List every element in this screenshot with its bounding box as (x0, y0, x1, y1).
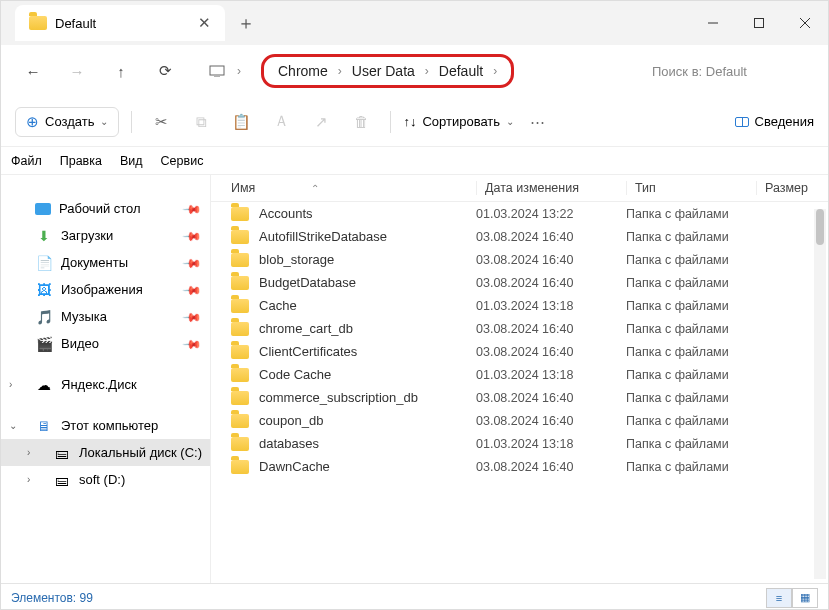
table-row[interactable]: coupon_db03.08.2024 16:40Папка с файлами (211, 409, 828, 432)
up-button[interactable]: ↑ (101, 63, 141, 80)
table-row[interactable]: ClientCertificates03.08.2024 16:40Папка … (211, 340, 828, 363)
more-button[interactable]: ⋯ (520, 105, 554, 139)
col-name[interactable]: Имя⌃ (231, 181, 476, 195)
chevron-right-icon[interactable]: › (425, 64, 429, 78)
pc-root-icon[interactable] (197, 65, 237, 77)
copy-icon[interactable]: ⧉ (184, 105, 218, 139)
file-name: coupon_db (259, 413, 476, 428)
chevron-right-icon: › (27, 474, 30, 485)
col-type[interactable]: Тип (626, 181, 756, 195)
file-type: Папка с файлами (626, 207, 756, 221)
table-row[interactable]: BudgetDatabase03.08.2024 16:40Папка с фа… (211, 271, 828, 294)
image-icon: 🖼 (35, 283, 53, 297)
refresh-button[interactable]: ⟳ (145, 62, 185, 80)
scrollbar-thumb[interactable] (816, 209, 824, 245)
breadcrumb-item[interactable]: Chrome (278, 63, 328, 79)
pin-icon: 📌 (182, 306, 203, 327)
breadcrumb-item[interactable]: User Data (352, 63, 415, 79)
sidebar-item-images[interactable]: 🖼Изображения📌 (1, 276, 210, 303)
table-row[interactable]: Cache01.03.2024 13:18Папка с файлами (211, 294, 828, 317)
separator (131, 111, 132, 133)
file-type: Папка с файлами (626, 437, 756, 451)
breadcrumb-item[interactable]: Default (439, 63, 483, 79)
close-button[interactable] (782, 1, 828, 45)
download-icon: ⬇ (35, 229, 53, 243)
col-size[interactable]: Размер (756, 181, 818, 195)
file-list: Accounts01.03.2024 13:22Папка с файламиA… (211, 202, 828, 583)
scrollbar[interactable] (814, 209, 826, 579)
plus-icon: ⊕ (26, 113, 39, 131)
table-row[interactable]: DawnCache03.08.2024 16:40Папка с файлами (211, 455, 828, 478)
breadcrumb: Chrome › User Data › Default › (261, 54, 514, 88)
status-count-label: Элементов: (11, 591, 76, 605)
content: Рабочий стол📌 ⬇Загрузки📌 📄Документы📌 🖼Из… (1, 175, 828, 583)
folder-icon (231, 460, 249, 474)
file-date: 03.08.2024 16:40 (476, 345, 626, 359)
minimize-button[interactable] (690, 1, 736, 45)
delete-icon[interactable]: 🗑 (344, 105, 378, 139)
menu-edit[interactable]: Правка (60, 154, 102, 168)
create-button[interactable]: ⊕ Создать ⌄ (15, 107, 119, 137)
file-type: Папка с файлами (626, 253, 756, 267)
sidebar-item-drive-d[interactable]: ›🖴soft (D:) (1, 466, 210, 493)
view-grid-button[interactable]: ▦ (792, 588, 818, 608)
sort-asc-icon: ⌃ (311, 183, 319, 194)
view-details-button[interactable]: ≡ (766, 588, 792, 608)
chevron-right-icon[interactable]: › (338, 64, 342, 78)
chevron-right-icon[interactable]: › (493, 64, 497, 78)
sidebar-item-downloads[interactable]: ⬇Загрузки📌 (1, 222, 210, 249)
sidebar-item-video[interactable]: 🎬Видео📌 (1, 330, 210, 357)
new-tab-button[interactable]: ＋ (231, 11, 261, 35)
chevron-right-icon: › (9, 379, 12, 390)
sidebar-item-desktop[interactable]: Рабочий стол📌 (1, 195, 210, 222)
desktop-icon (35, 203, 51, 215)
forward-button[interactable]: → (57, 63, 97, 80)
create-label: Создать (45, 114, 94, 129)
cut-icon[interactable]: ✂ (144, 105, 178, 139)
details-label: Сведения (755, 114, 814, 129)
window-tab[interactable]: Default ✕ (15, 5, 225, 41)
cloud-icon: ☁ (35, 378, 53, 392)
tab-title: Default (55, 16, 190, 31)
details-icon (735, 117, 749, 127)
doc-icon: 📄 (35, 256, 53, 270)
folder-icon (29, 16, 47, 30)
file-name: ClientCertificates (259, 344, 476, 359)
table-row[interactable]: databases01.03.2024 13:18Папка с файлами (211, 432, 828, 455)
back-button[interactable]: ← (13, 63, 53, 80)
table-row[interactable]: Code Cache01.03.2024 13:18Папка с файлам… (211, 363, 828, 386)
chevron-right-icon[interactable]: › (237, 64, 241, 78)
folder-icon (231, 276, 249, 290)
table-row[interactable]: commerce_subscription_db03.08.2024 16:40… (211, 386, 828, 409)
table-row[interactable]: AutofillStrikeDatabase03.08.2024 16:40Па… (211, 225, 828, 248)
paste-icon[interactable]: 📋 (224, 105, 258, 139)
table-row[interactable]: blob_storage03.08.2024 16:40Папка с файл… (211, 248, 828, 271)
folder-icon (231, 437, 249, 451)
details-button[interactable]: Сведения (735, 114, 814, 129)
view-buttons: ≡ ▦ (766, 588, 818, 608)
rename-icon[interactable]: Ａ (264, 105, 298, 139)
file-name: commerce_subscription_db (259, 390, 476, 405)
share-icon[interactable]: ↗ (304, 105, 338, 139)
col-date[interactable]: Дата изменения (476, 181, 626, 195)
menu-tools[interactable]: Сервис (161, 154, 204, 168)
maximize-button[interactable] (736, 1, 782, 45)
search-input[interactable]: Поиск в: Default (646, 58, 816, 85)
menu-view[interactable]: Вид (120, 154, 143, 168)
sidebar-item-music[interactable]: 🎵Музыка📌 (1, 303, 210, 330)
sidebar-item-yandex[interactable]: ›☁Яндекс.Диск (1, 371, 210, 398)
file-pane: Имя⌃ Дата изменения Тип Размер Accounts0… (211, 175, 828, 583)
menu-file[interactable]: Файл (11, 154, 42, 168)
sidebar-item-documents[interactable]: 📄Документы📌 (1, 249, 210, 276)
file-name: DawnCache (259, 459, 476, 474)
sidebar-item-thispc[interactable]: ⌄🖥Этот компьютер (1, 412, 210, 439)
file-type: Папка с файлами (626, 414, 756, 428)
file-name: AutofillStrikeDatabase (259, 229, 476, 244)
table-row[interactable]: Accounts01.03.2024 13:22Папка с файлами (211, 202, 828, 225)
close-tab-icon[interactable]: ✕ (198, 14, 211, 32)
table-row[interactable]: chrome_cart_db03.08.2024 16:40Папка с фа… (211, 317, 828, 340)
file-type: Папка с файлами (626, 368, 756, 382)
sidebar-item-drive-c[interactable]: ›🖴Локальный диск (C:) (1, 439, 210, 466)
sort-icon: ↑↓ (403, 114, 416, 129)
sort-button[interactable]: ↑↓ Сортировать ⌄ (403, 114, 514, 129)
